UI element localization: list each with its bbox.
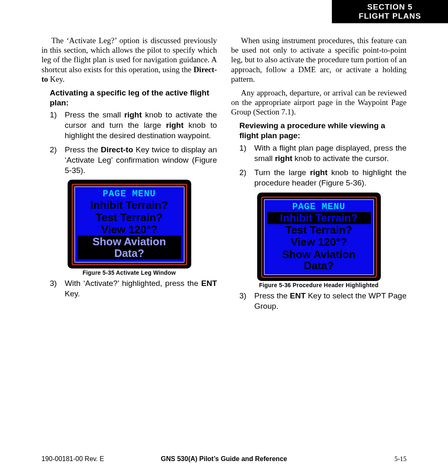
- page-footer: 190-00181-00 Rev. E 5-15 GNS 530(A) Pilo…: [41, 455, 407, 463]
- right-steps-cont: 3) Press the ENT Key to select the WPT P…: [239, 291, 407, 311]
- section-line1: SECTION 5: [332, 2, 448, 12]
- left-steps-cont: 3) With ‘Activate?’ highlighted, press t…: [50, 278, 217, 299]
- menu-item: Show Aviation Data?: [267, 249, 371, 272]
- figure-5-36: PAGE MENU Inhibit Terrain? Test Terrain?…: [231, 193, 407, 288]
- right-column: When using instrument procedures, this f…: [231, 36, 407, 315]
- right-heading: Reviewing a procedure while viewing a fl…: [239, 121, 407, 141]
- right-para-1: When using instrument procedures, this f…: [231, 36, 407, 84]
- figure-caption: Figure 5-35 Activate Leg Window: [41, 269, 217, 276]
- left-steps: 1) Press the small right knob to activat…: [50, 110, 217, 176]
- left-heading: Activating a specific leg of the active …: [50, 88, 217, 108]
- menu-item-selected: Inhibit Terrain?: [267, 212, 371, 224]
- section-tab: SECTION 5 FLIGHT PLANS: [332, 0, 448, 23]
- list-item: 3) With ‘Activate?’ highlighted, press t…: [50, 278, 217, 299]
- list-item: 3) Press the ENT Key to select the WPT P…: [239, 291, 407, 311]
- menu-item: Inhibit Terrain?: [78, 199, 181, 211]
- menu-item: View 120°?: [78, 224, 181, 236]
- list-item: 2) Turn the large right knob to highligh…: [239, 168, 407, 188]
- menu-item: View 120°?: [267, 236, 371, 248]
- right-para-2: Any approach, departure, or arrival can …: [231, 88, 407, 117]
- gps-device-screen: PAGE MENU Inhibit Terrain? Test Terrain?…: [257, 193, 381, 281]
- list-item: 2) Press the Direct-to Key twice to disp…: [50, 145, 217, 176]
- left-column: The ‘Activate Leg?’ option is discussed …: [41, 36, 217, 315]
- menu-title: PAGE MENU: [78, 189, 181, 199]
- footer-title: GNS 530(A) Pilot’s Guide and Reference: [161, 455, 287, 462]
- right-steps: 1) With a flight plan page displayed, pr…: [239, 143, 407, 188]
- menu-item: Test Terrain?: [267, 224, 371, 236]
- left-para-1: The ‘Activate Leg?’ option is discussed …: [41, 36, 217, 84]
- figure-caption: Figure 5-36 Procedure Header Highlighted: [231, 282, 407, 288]
- menu-item: Test Terrain?: [78, 212, 181, 224]
- menu-title: PAGE MENU: [267, 202, 371, 212]
- page: SECTION 5 FLIGHT PLANS The ‘Activate Leg…: [0, 0, 448, 476]
- gps-device-screen: PAGE MENU Inhibit Terrain? Test Terrain?…: [68, 180, 191, 268]
- menu-item-selected: Show Aviation Data?: [78, 236, 181, 259]
- figure-5-35: PAGE MENU Inhibit Terrain? Test Terrain?…: [41, 180, 217, 276]
- list-item: 1) Press the small right knob to activat…: [50, 110, 217, 141]
- section-line2: FLIGHT PLANS: [332, 12, 448, 21]
- list-item: 1) With a flight plan page displayed, pr…: [239, 143, 407, 164]
